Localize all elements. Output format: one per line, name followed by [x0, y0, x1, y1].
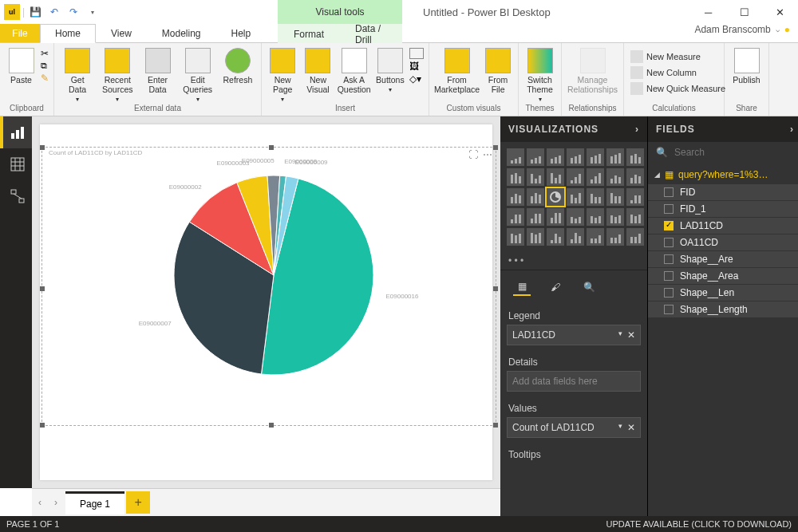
canvas-area[interactable]: ⛶ ⋯ Count of LAD11CD by LAD11CD E0900001… — [32, 116, 500, 488]
viz-type-icon[interactable] — [547, 148, 564, 166]
viz-type-icon[interactable] — [507, 188, 524, 206]
paste-button[interactable]: Paste — [5, 45, 38, 85]
refresh-button[interactable]: Refresh — [219, 45, 256, 85]
viz-type-icon[interactable] — [626, 188, 644, 206]
publish-button[interactable]: Publish — [729, 45, 764, 85]
prev-page-icon[interactable]: ‹ — [32, 497, 48, 508]
field-item[interactable]: FID_1 — [648, 201, 798, 217]
viz-type-icon[interactable] — [587, 188, 604, 206]
save-icon[interactable]: 💾 — [26, 3, 44, 21]
field-item[interactable]: FID — [648, 184, 798, 200]
remove-field-icon[interactable]: ✕ — [627, 329, 635, 341]
analytics-subtab-icon[interactable]: 🔍 — [580, 278, 598, 296]
enter-data-button[interactable]: Enter Data — [139, 45, 176, 94]
field-checkbox[interactable] — [664, 204, 674, 214]
user-dropdown-icon[interactable]: ⌵ — [776, 26, 780, 33]
undo-icon[interactable]: ↶ — [45, 3, 63, 21]
field-checkbox[interactable] — [664, 305, 674, 314]
from-file-button[interactable]: From File — [483, 45, 513, 94]
field-checkbox[interactable] — [664, 271, 674, 281]
data-drill-tab[interactable]: Data / Drill — [340, 24, 402, 43]
modeling-tab[interactable]: Modeling — [147, 24, 216, 42]
viz-type-icon[interactable] — [567, 228, 584, 246]
field-checkbox[interactable] — [664, 221, 674, 231]
format-subtab-icon[interactable]: 🖌 — [547, 278, 564, 296]
viz-type-icon[interactable] — [527, 168, 544, 186]
viz-type-icon[interactable] — [547, 188, 564, 206]
edit-queries-button[interactable]: Edit Queries▾ — [180, 45, 216, 103]
viz-type-icon[interactable] — [547, 168, 564, 186]
chevron-right-icon[interactable]: › — [635, 124, 639, 135]
viz-type-icon[interactable] — [507, 168, 524, 186]
next-page-icon[interactable]: › — [48, 497, 64, 508]
pie-chart-visual[interactable]: ⛶ ⋯ Count of LAD11CD by LAD11CD E0900001… — [41, 147, 496, 426]
format-tab[interactable]: Format — [278, 24, 340, 43]
qat-dropdown-icon[interactable]: ▾ — [84, 3, 101, 21]
focus-mode-icon[interactable]: ⛶ — [468, 149, 478, 160]
update-available-link[interactable]: UPDATE AVAILABLE (CLICK TO DOWNLOAD) — [606, 519, 792, 529]
viz-type-icon[interactable] — [567, 208, 584, 226]
resize-handle[interactable] — [493, 423, 498, 428]
page-tab[interactable]: Page 1 — [65, 491, 124, 514]
field-checkbox[interactable] — [664, 288, 674, 298]
fields-subtab-icon[interactable]: ▦ — [513, 278, 531, 296]
viz-type-icon[interactable] — [626, 168, 644, 186]
home-tab[interactable]: Home — [40, 24, 96, 43]
recent-sources-button[interactable]: Recent Sources▾ — [99, 45, 136, 103]
data-view-button[interactable] — [0, 148, 32, 180]
new-quick-measure-button[interactable]: New Quick Measure — [629, 81, 727, 96]
viz-type-icon[interactable] — [606, 228, 624, 246]
file-tab[interactable]: File — [0, 24, 40, 42]
chevron-right-icon[interactable]: › — [790, 124, 794, 135]
resize-handle[interactable] — [269, 145, 274, 150]
redo-icon[interactable]: ↷ — [65, 3, 82, 21]
chevron-down-icon[interactable]: ▾ — [618, 422, 622, 433]
legend-field-slot[interactable]: LAD11CD▾✕ — [507, 325, 641, 345]
fields-search[interactable]: 🔍 — [648, 142, 798, 163]
close-button[interactable]: ✕ — [762, 0, 798, 24]
visualizations-header[interactable]: VISUALIZATIONS › — [500, 116, 647, 142]
report-view-button[interactable] — [0, 116, 32, 148]
field-item[interactable]: Shape__Len — [648, 285, 798, 301]
viz-type-icon[interactable] — [527, 188, 544, 206]
help-tab[interactable]: Help — [216, 24, 267, 42]
viz-type-icon[interactable] — [587, 168, 604, 186]
resize-handle[interactable] — [269, 423, 274, 428]
viz-type-icon[interactable] — [507, 148, 524, 166]
report-canvas[interactable]: ⛶ ⋯ Count of LAD11CD by LAD11CD E0900001… — [40, 124, 492, 480]
copy-icon[interactable]: ⧉ — [41, 61, 49, 71]
new-page-button[interactable]: New Page▾ — [267, 45, 298, 103]
viz-type-icon[interactable] — [527, 148, 544, 166]
viz-type-icon[interactable] — [507, 228, 524, 246]
field-item[interactable]: LAD11CD — [648, 218, 798, 234]
viz-type-icon[interactable] — [606, 188, 624, 206]
viz-type-icon[interactable] — [567, 188, 584, 206]
viz-type-icon[interactable] — [626, 208, 644, 226]
viz-type-icon[interactable] — [567, 168, 584, 186]
new-visual-button[interactable]: New Visual — [302, 45, 334, 94]
user-name[interactable]: Adam Branscomb — [694, 24, 770, 35]
chevron-down-icon[interactable]: ▾ — [618, 329, 622, 341]
field-item[interactable]: Shape__Length — [648, 301, 798, 317]
details-field-slot[interactable]: Add data fields here — [507, 371, 641, 392]
viz-type-icon[interactable] — [587, 228, 604, 246]
manage-relationships-button[interactable]: Manage Relationships — [567, 45, 618, 94]
field-checkbox[interactable] — [664, 254, 674, 264]
view-tab[interactable]: View — [96, 24, 147, 42]
resize-handle[interactable] — [493, 286, 498, 291]
viz-type-icon[interactable] — [587, 208, 604, 226]
viz-type-icon[interactable] — [606, 148, 624, 166]
switch-theme-button[interactable]: Switch Theme▾ — [523, 45, 556, 103]
viz-type-icon[interactable] — [567, 148, 584, 166]
minimize-button[interactable]: ─ — [690, 0, 726, 24]
buttons-button[interactable]: Buttons▾ — [374, 45, 406, 93]
viz-type-icon[interactable] — [606, 208, 624, 226]
new-measure-button[interactable]: New Measure — [629, 49, 727, 64]
table-node[interactable]: ◢ ▦ query?where=1%3… — [648, 166, 798, 183]
get-data-button[interactable]: Get Data▾ — [59, 45, 96, 103]
fields-header[interactable]: FIELDS › — [648, 116, 798, 142]
viz-type-icon[interactable] — [626, 228, 644, 246]
field-item[interactable]: Shape__Are — [648, 251, 798, 267]
image-icon[interactable]: 🖼 — [409, 61, 424, 72]
resize-handle[interactable] — [40, 145, 45, 150]
